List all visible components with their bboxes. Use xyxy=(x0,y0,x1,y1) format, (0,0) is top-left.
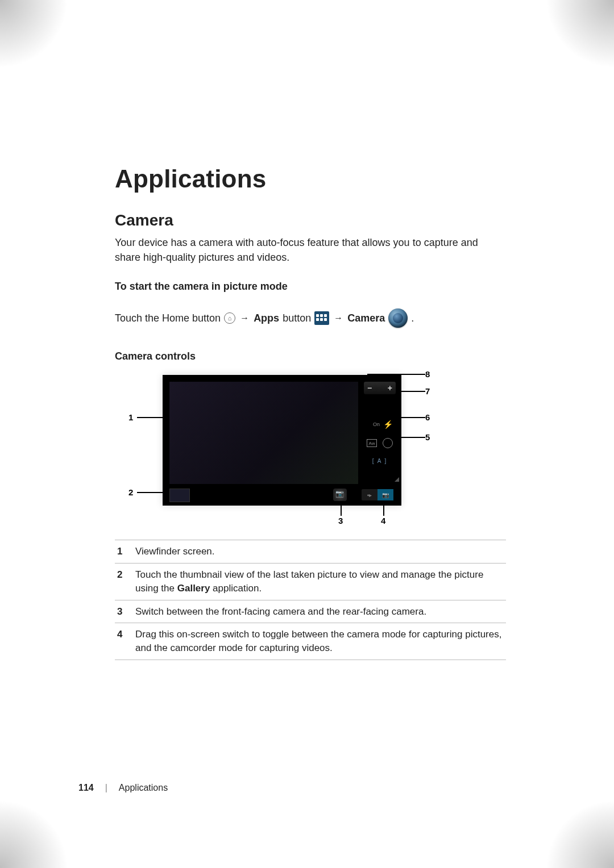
nav-period: . xyxy=(411,312,414,324)
footer-section: Applications xyxy=(119,783,168,793)
callout-line xyxy=(400,391,425,392)
zoom-control: − + xyxy=(364,382,396,394)
legend-text: Viewfinder screen. xyxy=(133,540,506,564)
legend-text: Drag this on-screen switch to toggle bet… xyxy=(133,623,506,660)
callout-line xyxy=(395,437,425,438)
controls-heading: Camera controls xyxy=(115,350,506,362)
callout-4: 4 xyxy=(381,516,385,525)
expand-triangle-icon xyxy=(395,477,399,482)
callout-line xyxy=(383,503,384,516)
page-title: Applications xyxy=(115,165,506,193)
zoom-in-icon: + xyxy=(388,383,392,393)
nav-text: Touch the Home button xyxy=(115,312,221,324)
callout-6: 6 xyxy=(425,412,430,422)
arrow-icon: → xyxy=(240,313,249,323)
flash-control: On ⚡ xyxy=(366,418,394,431)
camera-label: Camera xyxy=(347,312,385,324)
callout-line xyxy=(137,492,163,493)
callout-line xyxy=(341,503,342,516)
callout-line xyxy=(367,374,368,378)
navigation-path: Touch the Home button ⌂ → Apps button → … xyxy=(115,308,506,328)
page-shadow xyxy=(0,800,68,868)
viewfinder xyxy=(169,382,358,484)
camera-controls-figure: ▪▸ 📷 − + On ⚡ Aw [ A ] xyxy=(128,369,492,528)
legend-text: Touch the thumbnail view of the last tak… xyxy=(133,563,506,600)
callout-5: 5 xyxy=(425,432,430,442)
legend-text: Switch between the front-facing camera a… xyxy=(133,600,506,623)
callout-line xyxy=(367,374,425,375)
footer-divider: | xyxy=(105,783,107,793)
settings-icon xyxy=(383,438,393,448)
apps-grid-icon xyxy=(314,311,329,325)
arrow-icon: → xyxy=(334,313,343,323)
callout-line xyxy=(137,417,163,418)
page-footer: 114 | Applications xyxy=(78,783,168,793)
legend-number: 3 xyxy=(115,600,133,623)
legend-number: 4 xyxy=(115,623,133,660)
thumbnail-preview xyxy=(169,489,190,502)
page-shadow xyxy=(546,800,614,868)
page-content: Applications Camera Your device has a ca… xyxy=(0,0,614,660)
callout-1: 1 xyxy=(128,412,133,422)
legend-table: 1 Viewfinder screen. 2 Touch the thumbna… xyxy=(115,540,506,660)
legend-number: 1 xyxy=(115,540,133,564)
zoom-out-icon: − xyxy=(367,383,372,393)
wb-mode-icon: Aw xyxy=(367,439,377,447)
camera-switch-icon xyxy=(333,489,347,501)
legend-number: 2 xyxy=(115,563,133,600)
flash-label: On xyxy=(373,422,380,427)
camera-mode-icon: 📷 xyxy=(377,489,393,500)
auto-label: [ A ] xyxy=(372,458,388,464)
camera-screenshot: ▪▸ 📷 − + On ⚡ Aw [ A ] xyxy=(163,375,401,506)
page-number: 114 xyxy=(78,783,94,793)
mode-slider: ▪▸ 📷 xyxy=(362,489,393,500)
table-row: 4 Drag this on-screen switch to toggle b… xyxy=(115,623,506,660)
white-balance-control: Aw xyxy=(366,437,394,449)
table-row: 1 Viewfinder screen. xyxy=(115,540,506,564)
nav-text: button xyxy=(283,312,311,324)
home-icon: ⌂ xyxy=(224,312,235,324)
callout-3: 3 xyxy=(338,516,343,525)
camera-app-icon xyxy=(388,308,408,328)
table-row: 3 Switch between the front-facing camera… xyxy=(115,600,506,623)
flash-icon: ⚡ xyxy=(383,420,393,429)
camera-right-rail: − + On ⚡ Aw [ A ] xyxy=(362,379,398,483)
callout-2: 2 xyxy=(128,487,133,497)
table-row: 2 Touch the thumbnail view of the last t… xyxy=(115,563,506,600)
callout-8: 8 xyxy=(425,369,430,379)
callout-7: 7 xyxy=(425,386,430,396)
intro-paragraph: Your device has a camera with auto-focus… xyxy=(115,235,506,265)
video-mode-icon: ▪▸ xyxy=(362,489,377,500)
callout-line xyxy=(395,417,425,418)
subsection-heading: To start the camera in picture mode xyxy=(115,281,506,293)
section-heading: Camera xyxy=(115,211,506,229)
apps-label: Apps xyxy=(254,312,279,324)
